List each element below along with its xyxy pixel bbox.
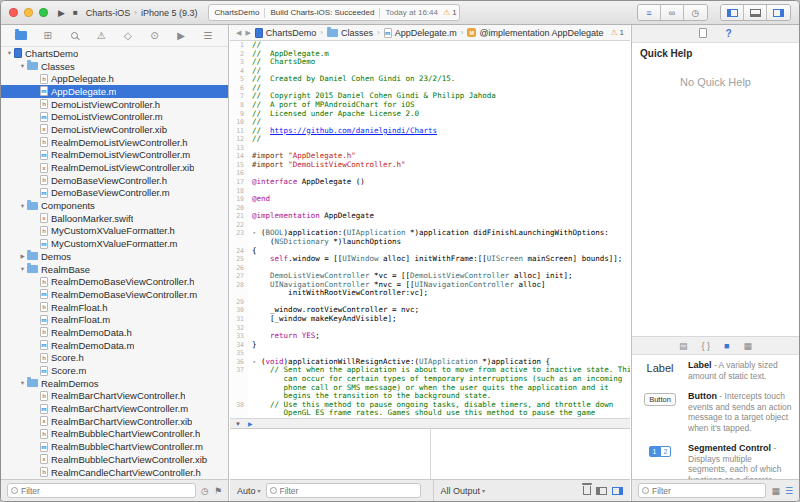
console-scope-selector[interactable]: All Output ▾ xyxy=(441,486,486,496)
variables-filter-input[interactable] xyxy=(280,486,420,496)
tree-row[interactable]: sBalloonMarker.swift xyxy=(1,212,228,225)
line-number[interactable]: 24 xyxy=(230,247,248,256)
line-number[interactable]: 9 xyxy=(230,110,248,119)
tree-row[interactable]: hRealmBubbleChartViewController.h xyxy=(1,428,228,441)
disclosure-triangle-icon[interactable]: ▼ xyxy=(18,380,27,386)
line-number[interactable]: 15 xyxy=(230,161,248,170)
tree-row[interactable]: hDemoBaseViewController.h xyxy=(1,174,228,187)
navigator-filter-input[interactable] xyxy=(21,486,195,496)
tree-row[interactable]: hDemoListViewController.h xyxy=(1,98,228,111)
editor-warning-badge[interactable]: ⚠ 1 xyxy=(610,28,624,37)
tree-row[interactable]: xRealmBubbleChartViewController.xib xyxy=(1,453,228,466)
file-inspector-tab[interactable] xyxy=(699,28,707,40)
line-number[interactable]: 31 xyxy=(230,315,248,324)
line-number[interactable]: 12 xyxy=(230,135,248,144)
tree-row[interactable]: ▼RealmBase xyxy=(1,263,228,276)
line-number[interactable]: 11 xyxy=(230,127,248,136)
scheme-selector[interactable]: Charts-iOS › iPhone 5 (9.3) xyxy=(86,8,198,18)
recent-files-filter-icon[interactable]: ◷ xyxy=(201,486,209,496)
tree-row[interactable]: mAppDelegate.m xyxy=(1,85,228,98)
symbol-navigator-tab[interactable]: ⊞ xyxy=(40,28,56,44)
tree-row[interactable]: hRealmBarChartViewController.h xyxy=(1,390,228,403)
breadcrumb-item[interactable]: mAppDelegate.m xyxy=(384,28,457,38)
disclosure-triangle-icon[interactable]: ▼ xyxy=(18,203,27,209)
tree-row[interactable]: mRealmFloat.m xyxy=(1,313,228,326)
breadcrumb-item[interactable]: Classes xyxy=(327,28,373,38)
tree-row[interactable]: hRealmDemoBaseViewController.h xyxy=(1,275,228,288)
tree-row[interactable]: mDemoBaseViewController.m xyxy=(1,187,228,200)
line-number[interactable]: 32 xyxy=(230,324,248,333)
line-number[interactable]: 4 xyxy=(230,67,248,76)
tree-row[interactable]: ▼RealmDemos xyxy=(1,377,228,390)
tree-row[interactable]: hRealmDemoListViewController.h xyxy=(1,136,228,149)
project-navigator-tab[interactable] xyxy=(13,28,29,44)
line-number[interactable]: 20 xyxy=(230,204,248,213)
console-pane-toggle-icon[interactable] xyxy=(612,487,623,495)
tree-row[interactable]: hRealmDemoData.h xyxy=(1,326,228,339)
tree-row[interactable]: ▶Demos xyxy=(1,250,228,263)
library-item[interactable]: LabelLabel - A variably sized amount of … xyxy=(632,355,799,386)
tree-row[interactable]: mRealmDemoListViewController.m xyxy=(1,149,228,162)
line-number[interactable] xyxy=(230,289,248,298)
file-tree[interactable]: ▼ChartsDemo▼ClasseshAppDelegate.hmAppDel… xyxy=(1,47,228,479)
report-navigator-tab[interactable]: ☰ xyxy=(200,28,216,44)
disclosure-triangle-icon[interactable]: ▶ xyxy=(18,253,27,259)
media-library-tab[interactable]: ▦ xyxy=(743,341,752,351)
line-number[interactable] xyxy=(230,384,248,393)
line-number[interactable]: 34 xyxy=(230,341,248,350)
debug-area-toggle-button[interactable] xyxy=(744,5,767,20)
tree-row[interactable]: ▼Components xyxy=(1,199,228,212)
tree-row[interactable]: hMyCustomXValueFormatter.h xyxy=(1,225,228,238)
line-number[interactable] xyxy=(230,392,248,401)
issue-navigator-tab[interactable]: ⚠ xyxy=(93,28,109,44)
navigator-toggle-button[interactable] xyxy=(721,5,744,20)
tree-row[interactable]: mRealmDemoBaseViewController.m xyxy=(1,288,228,301)
line-number[interactable] xyxy=(230,375,248,384)
variables-scope-selector[interactable]: Auto ▾ xyxy=(237,486,261,496)
disclosure-triangle-icon[interactable]: ▼ xyxy=(18,63,27,69)
run-button[interactable]: ▶ xyxy=(58,8,65,18)
line-number[interactable]: 29 xyxy=(230,298,248,307)
find-navigator-tab[interactable] xyxy=(66,28,82,44)
line-number[interactable]: 30 xyxy=(230,306,248,315)
line-number[interactable]: 13 xyxy=(230,144,248,153)
hide-debug-area-icon[interactable]: ▼ xyxy=(235,421,241,427)
warning-badge[interactable]: ⚠ 1 xyxy=(443,8,457,17)
tree-row[interactable]: mRealmDemoData.m xyxy=(1,339,228,352)
object-library-tab[interactable]: ■ xyxy=(724,341,729,351)
library-filter-input[interactable] xyxy=(652,486,765,496)
clear-console-icon[interactable] xyxy=(583,486,591,495)
line-number[interactable]: 5 xyxy=(230,75,248,84)
tree-row[interactable]: ▼Classes xyxy=(1,60,228,73)
version-editor-button[interactable]: ◷ xyxy=(684,5,707,20)
stop-button[interactable]: ■ xyxy=(73,8,78,17)
line-number[interactable]: 3 xyxy=(230,58,248,67)
disclosure-triangle-icon[interactable]: ▼ xyxy=(5,50,14,56)
line-number[interactable]: 10 xyxy=(230,118,248,127)
code-snippet-library-tab[interactable]: { } xyxy=(702,341,711,351)
line-number[interactable]: 1 xyxy=(230,41,248,50)
disclosure-triangle-icon[interactable]: ▼ xyxy=(18,266,27,272)
scm-status-filter-icon[interactable]: ⚑ xyxy=(214,486,222,496)
line-number[interactable]: 21 xyxy=(230,212,248,221)
breadcrumb-item[interactable]: M@implementation AppDelegate xyxy=(467,28,603,38)
tree-row[interactable]: xRealmBarChartViewController.xib xyxy=(1,415,228,428)
file-template-library-tab[interactable]: ▤ xyxy=(679,341,688,351)
zoom-button[interactable] xyxy=(39,8,48,17)
assistant-editor-button[interactable]: ∞ xyxy=(661,5,684,20)
minimize-button[interactable] xyxy=(24,8,33,17)
breakpoint-navigator-tab[interactable]: ▶ xyxy=(173,28,189,44)
debug-area-divider[interactable] xyxy=(430,429,431,481)
tree-row[interactable]: ▼ChartsDemo xyxy=(1,47,228,60)
navigator-filter-field[interactable] xyxy=(7,483,196,498)
debug-navigator-tab[interactable]: ⊙ xyxy=(147,28,163,44)
source-code-editor[interactable]: 1//2// AppDelegate.m3// ChartsDemo4//5//… xyxy=(230,41,630,418)
line-number[interactable]: 25 xyxy=(230,255,248,264)
line-number[interactable]: 16 xyxy=(230,169,248,178)
library-filter-field[interactable] xyxy=(638,483,766,498)
line-number[interactable]: 22 xyxy=(230,221,248,230)
list-view-icon[interactable]: ☰ xyxy=(785,486,793,496)
line-number[interactable]: 28 xyxy=(230,281,248,290)
library-item[interactable]: 12Segmented Control - Displays multiple … xyxy=(632,438,799,481)
line-number[interactable]: 17 xyxy=(230,178,248,187)
